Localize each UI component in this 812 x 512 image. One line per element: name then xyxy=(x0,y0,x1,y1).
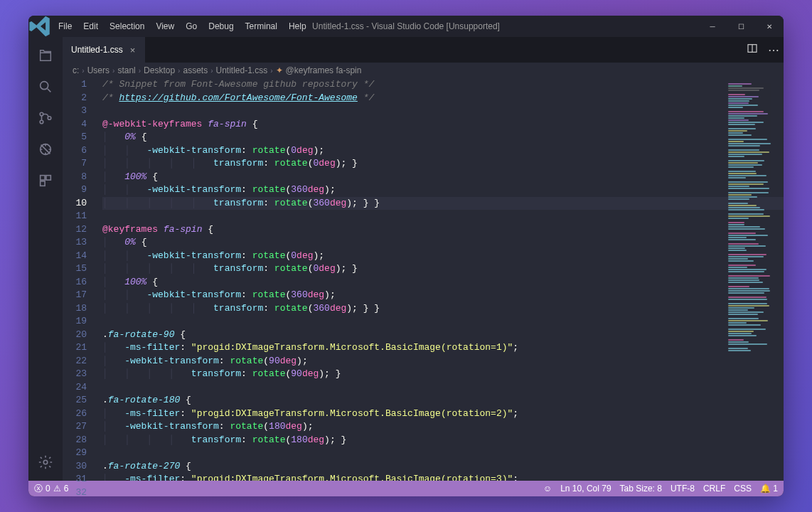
code-line[interactable]: │ 0% { xyxy=(102,236,784,250)
code-line[interactable]: │ │ -webkit-transform: rotate(0deg); xyxy=(102,144,784,158)
line-number: 25 xyxy=(63,394,87,407)
tab-label: Untitled-1.css xyxy=(71,45,123,55)
code-area[interactable]: /* Snippet from Font-Awesome github repo… xyxy=(102,78,784,481)
code-line[interactable]: │ │ │ │ │ transform: rotate(0deg); } xyxy=(102,262,784,276)
chevron-right-icon: › xyxy=(270,67,272,75)
code-line[interactable]: @-webkit-keyframes fa-spin { xyxy=(102,118,784,132)
breadcrumb[interactable]: c:›Users›stanl›Desktop›assets›Untitled-1… xyxy=(63,63,784,78)
menu-view[interactable]: View xyxy=(150,21,180,31)
explorer-icon[interactable] xyxy=(28,40,63,71)
line-number: 15 xyxy=(63,262,87,276)
code-line[interactable] xyxy=(102,381,784,395)
line-number: 10 xyxy=(63,197,87,210)
line-number: 6 xyxy=(63,144,87,158)
breadcrumb-segment[interactable]: c: xyxy=(73,65,79,75)
code-line[interactable]: │ │ -webkit-transform: rotate(360deg); xyxy=(102,183,784,197)
code-line[interactable]: │ 100% { xyxy=(102,276,784,289)
line-number: 7 xyxy=(63,157,87,171)
svg-rect-5 xyxy=(41,176,45,180)
maximize-button[interactable]: ☐ xyxy=(727,16,755,37)
breadcrumb-segment[interactable]: @keyframes fa-spin xyxy=(286,65,362,75)
debug-icon[interactable] xyxy=(28,134,63,165)
tab-close-icon[interactable]: × xyxy=(127,45,139,55)
breadcrumb-segment[interactable]: assets xyxy=(183,65,208,75)
line-number: 18 xyxy=(63,302,87,316)
code-line[interactable]: │ │ -webkit-transform: rotate(360deg); xyxy=(102,289,784,302)
line-number: 30 xyxy=(63,460,87,474)
menu-help[interactable]: Help xyxy=(283,21,312,31)
search-icon[interactable] xyxy=(28,71,63,102)
breadcrumb-segment[interactable]: Desktop xyxy=(144,65,175,75)
line-number: 27 xyxy=(63,420,87,434)
editor[interactable]: 1234567891011121314151617181920212223242… xyxy=(63,78,784,481)
status-cursor-position[interactable]: Ln 10, Col 79 xyxy=(560,484,611,494)
source-control-icon[interactable] xyxy=(28,102,63,134)
status-notifications-icon[interactable]: 🔔 1 xyxy=(760,484,778,494)
code-line[interactable]: │ -ms-filter: "progid:DXImageTransform.M… xyxy=(102,341,784,355)
svg-point-2 xyxy=(40,120,43,124)
line-gutter: 1234567891011121314151617181920212223242… xyxy=(63,78,102,481)
code-line[interactable]: /* https://github.com/FortAwesome/Font-A… xyxy=(102,92,784,105)
line-number: 16 xyxy=(63,276,87,289)
code-line[interactable]: │ 100% { xyxy=(102,171,784,184)
code-line[interactable]: │ -ms-filter: "progid:DXImageTransform.M… xyxy=(102,407,784,421)
code-line[interactable]: │ │ │ │ transform: rotate(180deg); } xyxy=(102,434,784,447)
code-line[interactable]: /* Snippet from Font-Awesome github repo… xyxy=(102,78,784,92)
line-number: 17 xyxy=(63,289,87,302)
code-line[interactable]: │ -ms-filter: "progid:DXImageTransform.M… xyxy=(102,473,784,481)
vscode-logo-icon xyxy=(28,16,53,38)
code-line[interactable]: │ -webkit-transform: rotate(90deg); xyxy=(102,355,784,368)
chevron-right-icon: › xyxy=(178,67,180,75)
split-editor-icon[interactable] xyxy=(747,43,758,57)
code-line[interactable]: @keyframes fa-spin { xyxy=(102,223,784,237)
minimize-button[interactable]: ─ xyxy=(698,16,727,37)
code-line[interactable]: │ 0% { xyxy=(102,131,784,144)
status-language[interactable]: CSS xyxy=(734,484,752,494)
menu-selection[interactable]: Selection xyxy=(104,21,150,31)
line-number: 22 xyxy=(63,355,87,368)
line-number: 28 xyxy=(63,434,87,447)
settings-gear-icon[interactable] xyxy=(28,447,63,478)
line-number: 1 xyxy=(63,78,87,92)
code-line[interactable]: │ -webkit-transform: rotate(180deg); xyxy=(102,420,784,434)
code-line[interactable]: .fa-rotate-180 { xyxy=(102,394,784,407)
status-tab-size[interactable]: Tab Size: 8 xyxy=(620,484,662,494)
menu-terminal[interactable]: Terminal xyxy=(240,21,283,31)
menu-go[interactable]: Go xyxy=(180,21,203,31)
line-number: 26 xyxy=(63,407,87,421)
breadcrumb-segment[interactable]: stanl xyxy=(117,65,135,75)
code-line[interactable]: .fa-rotate-90 { xyxy=(102,329,784,342)
code-line[interactable] xyxy=(102,210,784,223)
close-window-button[interactable]: ✕ xyxy=(755,16,784,37)
status-encoding[interactable]: UTF-8 xyxy=(671,484,695,494)
tab-untitled-css[interactable]: Untitled-1.css × xyxy=(63,37,145,63)
breadcrumb-segment[interactable]: Users xyxy=(87,65,109,75)
more-actions-icon[interactable]: ⋯ xyxy=(768,43,779,57)
line-number: 9 xyxy=(63,183,87,197)
code-line[interactable] xyxy=(102,447,784,460)
code-line[interactable]: │ │ │ │ transform: rotate(90deg); } xyxy=(102,368,784,381)
window-title: Untitled-1.css - Visual Studio Code [Uns… xyxy=(312,21,500,31)
status-eol[interactable]: CRLF xyxy=(703,484,725,494)
line-number: 2 xyxy=(63,92,87,105)
menu-edit[interactable]: Edit xyxy=(78,21,104,31)
code-line[interactable] xyxy=(102,315,784,329)
extensions-icon[interactable] xyxy=(28,165,63,196)
code-line[interactable] xyxy=(102,105,784,118)
code-line[interactable]: │ │ │ │ │ transform: rotate(0deg); } xyxy=(102,157,784,171)
menu-bar: FileEditSelectionViewGoDebugTerminalHelp xyxy=(53,21,312,31)
code-line[interactable]: │ │ │ │ │ transform: rotate(360deg); } } xyxy=(102,302,784,316)
symbol-icon: ✦ xyxy=(276,65,283,75)
line-number: 19 xyxy=(63,315,87,329)
breadcrumb-segment[interactable]: Untitled-1.css xyxy=(215,65,267,75)
code-line[interactable]: │ │ │ │ │ transform: rotate(360deg); } } xyxy=(102,197,784,210)
warning-icon: ⚠ xyxy=(53,484,61,494)
svg-rect-6 xyxy=(46,176,50,180)
minimap[interactable] xyxy=(725,82,775,476)
line-number: 12 xyxy=(63,223,87,237)
menu-file[interactable]: File xyxy=(53,21,78,31)
code-line[interactable]: │ │ -webkit-transform: rotate(0deg); xyxy=(102,250,784,263)
status-feedback-icon[interactable]: ☺ xyxy=(543,484,552,494)
code-line[interactable]: .fa-rotate-270 { xyxy=(102,460,784,474)
menu-debug[interactable]: Debug xyxy=(203,21,239,31)
